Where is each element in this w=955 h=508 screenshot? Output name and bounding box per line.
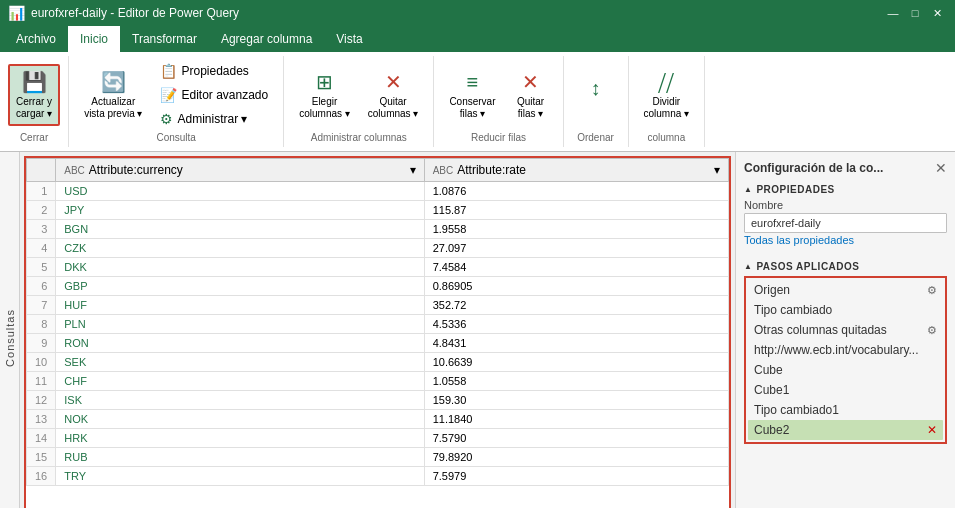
group-admin-columnas-buttons: ⊞ Elegircolumnas ▾ ✕ Quitarcolumnas ▾ bbox=[292, 60, 425, 130]
btn-quitar-columnas[interactable]: ✕ Quitarcolumnas ▾ bbox=[361, 65, 426, 125]
row-num: 6 bbox=[27, 277, 56, 296]
btn-cerrar-cargar[interactable]: 💾 Cerrar ycargar ▾ bbox=[8, 64, 60, 126]
col-rate-header[interactable]: ABC Attribute:rate ▾ bbox=[424, 159, 728, 182]
step-name: Otras columnas quitadas bbox=[754, 323, 887, 337]
table-row[interactable]: 5 DKK 7.4584 bbox=[27, 258, 729, 277]
table-row[interactable]: 9 RON 4.8431 bbox=[27, 334, 729, 353]
table-row[interactable]: 6 GBP 0.86905 bbox=[27, 277, 729, 296]
table-row[interactable]: 4 CZK 27.097 bbox=[27, 239, 729, 258]
actualizar-icon: 🔄 bbox=[101, 70, 126, 94]
table-row[interactable]: 11 CHF 1.0558 bbox=[27, 372, 729, 391]
btn-elegir-columnas[interactable]: ⊞ Elegircolumnas ▾ bbox=[292, 65, 357, 125]
row-num: 13 bbox=[27, 410, 56, 429]
data-table: ABC Attribute:currency ▾ ABC Attribute:r… bbox=[26, 158, 729, 486]
cell-rate: 7.5979 bbox=[424, 467, 728, 486]
cell-rate: 1.9558 bbox=[424, 220, 728, 239]
btn-conservar-filas[interactable]: ≡ Conservarfilas ▾ bbox=[442, 66, 502, 125]
quitar-filas-label: Quitarfilas ▾ bbox=[517, 96, 544, 120]
table-row[interactable]: 13 NOK 11.1840 bbox=[27, 410, 729, 429]
btn-actualizar[interactable]: 🔄 Actualizarvista previa ▾ bbox=[77, 65, 149, 125]
step-gear-icon[interactable]: ⚙ bbox=[927, 324, 937, 336]
cell-rate: 7.4584 bbox=[424, 258, 728, 277]
applied-step-item[interactable]: Otras columnas quitadas ⚙ bbox=[748, 320, 943, 340]
name-prop-value[interactable]: eurofxref-daily bbox=[744, 213, 947, 233]
elegir-columnas-label: Elegircolumnas ▾ bbox=[299, 96, 350, 120]
group-admin-columnas-label: Administrar columnas bbox=[311, 132, 407, 143]
cell-rate: 159.30 bbox=[424, 391, 728, 410]
table-row[interactable]: 2 JPY 115.87 bbox=[27, 201, 729, 220]
quitar-columnas-label: Quitarcolumnas ▾ bbox=[368, 96, 419, 120]
step-name: Cube1 bbox=[754, 383, 789, 397]
propiedades-label: Propiedades bbox=[181, 64, 248, 78]
tab-transformar[interactable]: Transformar bbox=[120, 26, 209, 52]
grid-container[interactable]: ABC Attribute:currency ▾ ABC Attribute:r… bbox=[26, 158, 729, 508]
cell-rate: 11.1840 bbox=[424, 410, 728, 429]
table-row[interactable]: 7 HUF 352.72 bbox=[27, 296, 729, 315]
btn-administrar[interactable]: ⚙ Administrar ▾ bbox=[153, 108, 275, 130]
step-name: Cube bbox=[754, 363, 783, 377]
group-ordenar-buttons: ↕ bbox=[572, 60, 620, 130]
cell-rate: 7.5790 bbox=[424, 429, 728, 448]
applied-step-item[interactable]: Cube bbox=[748, 360, 943, 380]
row-num: 4 bbox=[27, 239, 56, 258]
tab-vista[interactable]: Vista bbox=[324, 26, 374, 52]
minimize-btn[interactable]: — bbox=[883, 3, 903, 23]
btn-dividir-columna[interactable]: ⧸⧸ Dividircolumna ▾ bbox=[637, 66, 697, 125]
app-icon: 📊 bbox=[8, 5, 25, 21]
tab-agregar-columna[interactable]: Agregar columna bbox=[209, 26, 324, 52]
currency-col-label: Attribute:currency bbox=[89, 163, 183, 177]
rate-filter-icon[interactable]: ▾ bbox=[714, 163, 720, 177]
steps-list: Origen ⚙ Tipo cambiado Otras columnas qu… bbox=[744, 276, 947, 444]
table-row[interactable]: 10 SEK 10.6639 bbox=[27, 353, 729, 372]
col-currency-header[interactable]: ABC Attribute:currency ▾ bbox=[56, 159, 424, 182]
table-row[interactable]: 12 ISK 159.30 bbox=[27, 391, 729, 410]
conservar-filas-icon: ≡ bbox=[467, 71, 479, 94]
applied-step-item[interactable]: Tipo cambiado bbox=[748, 300, 943, 320]
close-btn[interactable]: ✕ bbox=[927, 3, 947, 23]
step-delete-icon[interactable]: ✕ bbox=[927, 423, 937, 437]
step-item-left: http://www.ecb.int/vocabulary... bbox=[754, 343, 919, 357]
applied-step-item[interactable]: Origen ⚙ bbox=[748, 280, 943, 300]
panel-header: Configuración de la co... ✕ bbox=[744, 160, 947, 176]
all-props-link[interactable]: Todas las propiedades bbox=[744, 234, 854, 246]
btn-propiedades[interactable]: 📋 Propiedades bbox=[153, 60, 275, 82]
title-bar-title: eurofxref-daily - Editor de Power Query bbox=[31, 6, 239, 20]
group-admin-columnas: ⊞ Elegircolumnas ▾ ✕ Quitarcolumnas ▾ Ad… bbox=[284, 56, 434, 147]
table-row[interactable]: 1 USD 1.0876 bbox=[27, 182, 729, 201]
applied-step-item[interactable]: Tipo cambiado1 bbox=[748, 400, 943, 420]
cell-rate: 27.097 bbox=[424, 239, 728, 258]
row-num: 7 bbox=[27, 296, 56, 315]
btn-ordenar[interactable]: ↕ bbox=[572, 72, 620, 119]
cell-currency: CHF bbox=[56, 372, 424, 391]
tab-archivo[interactable]: Archivo bbox=[4, 26, 68, 52]
row-num: 9 bbox=[27, 334, 56, 353]
tab-inicio[interactable]: Inicio bbox=[68, 26, 120, 52]
applied-step-item[interactable]: Cube1 bbox=[748, 380, 943, 400]
step-gear-icon[interactable]: ⚙ bbox=[927, 284, 937, 296]
quitar-filas-icon: ✕ bbox=[522, 70, 539, 94]
table-row[interactable]: 15 RUB 79.8920 bbox=[27, 448, 729, 467]
table-row[interactable]: 3 BGN 1.9558 bbox=[27, 220, 729, 239]
table-row[interactable]: 8 PLN 4.5336 bbox=[27, 315, 729, 334]
group-ordenar: ↕ Ordenar bbox=[564, 56, 629, 147]
applied-steps-section: PASOS APLICADOS Origen ⚙ Tipo cambiado O… bbox=[744, 261, 947, 444]
currency-filter-icon[interactable]: ▾ bbox=[410, 163, 416, 177]
rate-type-icon: ABC bbox=[433, 165, 454, 176]
cell-rate: 0.86905 bbox=[424, 277, 728, 296]
applied-step-item[interactable]: http://www.ecb.int/vocabulary... bbox=[748, 340, 943, 360]
btn-editor-avanzado[interactable]: 📝 Editor avanzado bbox=[153, 84, 275, 106]
cell-rate: 1.0558 bbox=[424, 372, 728, 391]
cell-currency: USD bbox=[56, 182, 424, 201]
step-name: http://www.ecb.int/vocabulary... bbox=[754, 343, 919, 357]
btn-quitar-filas[interactable]: ✕ Quitarfilas ▾ bbox=[507, 65, 555, 125]
group-dividir-columna-buttons: ⧸⧸ Dividircolumna ▾ bbox=[637, 60, 697, 130]
table-row[interactable]: 14 HRK 7.5790 bbox=[27, 429, 729, 448]
step-item-actions: ⚙ bbox=[927, 323, 937, 337]
queries-label: Consultas bbox=[4, 309, 16, 367]
row-num: 3 bbox=[27, 220, 56, 239]
maximize-btn[interactable]: □ bbox=[905, 3, 925, 23]
panel-close-btn[interactable]: ✕ bbox=[935, 160, 947, 176]
row-num: 15 bbox=[27, 448, 56, 467]
applied-step-item[interactable]: Cube2 ✕ bbox=[748, 420, 943, 440]
table-row[interactable]: 16 TRY 7.5979 bbox=[27, 467, 729, 486]
